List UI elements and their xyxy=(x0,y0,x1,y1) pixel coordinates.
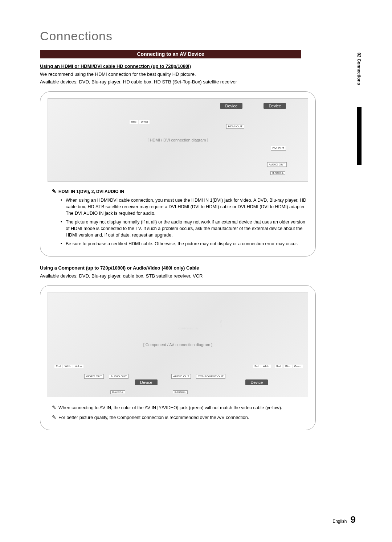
hdmi-body-1: We recommend using the HDMI connection f… xyxy=(40,71,359,78)
hdmi-diagram-box: [ HDMI / DVI connection diagram ] Device… xyxy=(40,91,316,256)
component-body-1: Available devices: DVD, Blu-ray player, … xyxy=(40,273,359,280)
rbg-blue: Blue xyxy=(284,365,292,368)
diagram-caption-2: [ Component / AV connection diagram ] xyxy=(143,342,213,347)
component-note-2: For better picture quality, the Componen… xyxy=(52,414,308,421)
component-subheading: Using a Component (up to 720p/1080i) or … xyxy=(40,265,359,271)
hdmi-note-heading: HDMI IN 1(DVI), 2, DVI AUDIO IN xyxy=(52,188,308,194)
footer-page-number: 9 xyxy=(351,514,356,525)
rwy-yellow: Yellow xyxy=(73,365,83,368)
comp-device-label-1: Device xyxy=(135,379,158,385)
rw-red: Red xyxy=(253,365,261,368)
video-out-label: VIDEO OUT xyxy=(84,374,104,379)
red-label: Red xyxy=(130,120,138,124)
audio-out-label-1: AUDIO OUT xyxy=(109,374,128,379)
device-label-1: Device xyxy=(220,103,242,109)
device-label-2: Device xyxy=(264,103,286,109)
component-diagram: [ Component / AV connection diagram ] De… xyxy=(48,292,308,397)
avin-label: AV IN xyxy=(219,320,224,327)
raudiol-label: R-AUDIO-L xyxy=(270,171,285,175)
component-diagram-box: [ Component / AV connection diagram ] De… xyxy=(40,285,316,430)
hdmi-bullet-2: The picture may not display normally (if… xyxy=(62,219,308,238)
hdmi-bullet-list: When using an HDMI/DVI cable connection,… xyxy=(48,197,308,247)
component-note-1: When connecting to AV IN, the color of t… xyxy=(52,404,308,411)
component-out-label: COMPONENT OUT xyxy=(196,374,225,379)
hdmi-bullet-3: Be sure to purchase a certified HDMI cab… xyxy=(62,241,308,247)
audio-out-label: AUDIO OUT xyxy=(267,162,287,167)
hdmi-bullet-1: When using an HDMI/DVI cable connection,… xyxy=(62,197,308,217)
raudiol-label-2: R-AUDIO-L xyxy=(110,390,125,394)
dvi-out-label: DVI OUT xyxy=(271,146,286,151)
section-heading-bar: Connecting to an AV Device xyxy=(40,50,301,58)
rbg-green: Green xyxy=(293,365,303,368)
page-footer: English 9 xyxy=(332,514,356,525)
hdmi-diagram: [ HDMI / DVI connection diagram ] Device… xyxy=(48,98,308,182)
chapter-title: Connections xyxy=(40,29,359,43)
raudiol-label-3: R-AUDIO-L xyxy=(173,390,188,394)
rbg-red: Red xyxy=(275,365,282,368)
hdmi-subheading: Using an HDMI or HDMI/DVI cable HD conne… xyxy=(40,63,359,69)
hdmi-out-label: HDMI OUT xyxy=(226,124,244,129)
footer-language: English xyxy=(332,519,347,524)
rw-white: White xyxy=(261,365,271,368)
hdmi-body-2: Available devices: DVD, Blu-ray player, … xyxy=(40,79,359,86)
diagram-caption: [ HDMI / DVI connection diagram ] xyxy=(148,138,208,142)
audio-out-label-2: AUDIO OUT xyxy=(171,374,191,379)
white-label: White xyxy=(139,120,150,124)
rwy-white: White xyxy=(63,365,73,368)
rwy-red: Red xyxy=(54,365,62,368)
component-in-label: COMPONENT IN xyxy=(177,327,199,330)
comp-device-label-2: Device xyxy=(245,379,268,385)
